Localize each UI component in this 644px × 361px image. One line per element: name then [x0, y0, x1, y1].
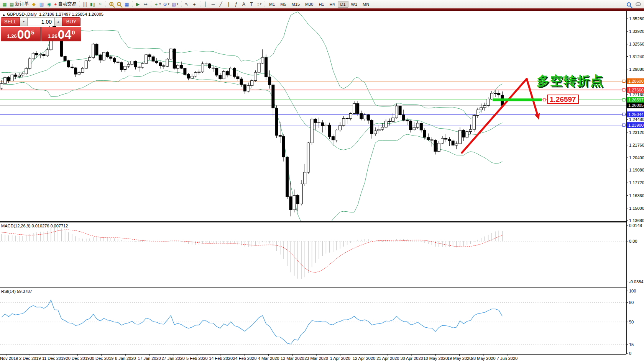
timeframe-h4-button[interactable]: H4	[327, 1, 337, 8]
svg-text:1.26005: 1.26005	[628, 103, 644, 108]
line-chart-button[interactable]: ≈	[97, 0, 104, 8]
gold-chart-icon-icon: ◆	[32, 2, 36, 7]
hline-handle[interactable]	[623, 98, 625, 101]
svg-text:1.19080: 1.19080	[629, 168, 644, 172]
timeframe-m1-button[interactable]: M1	[266, 1, 278, 8]
svg-text:50: 50	[629, 320, 634, 324]
fibonacci-icon: ƒ	[235, 2, 238, 7]
cursor-button[interactable]: ↖	[183, 0, 191, 8]
chart-shift-button[interactable]: ↦	[142, 0, 150, 8]
hline-handle[interactable]	[623, 88, 625, 91]
terminal-icon-icon: ▦	[2, 2, 7, 7]
timeframe-d1-button[interactable]: D1	[338, 1, 348, 8]
svg-text:1.13680: 1.13680	[629, 218, 644, 223]
indicators-button[interactable]: ＋▾	[153, 0, 162, 8]
svg-text:19 May 2020: 19 May 2020	[447, 356, 472, 361]
svg-text:14 Feb 2020: 14 Feb 2020	[209, 356, 233, 361]
vertical-line-icon: │	[204, 2, 207, 7]
equidistant-channel-icon: ∥	[227, 2, 230, 7]
auto-scroll-icon: ▶	[136, 2, 140, 7]
volume-input[interactable]: 1.00	[28, 17, 54, 26]
svg-text:1.21760: 1.21760	[629, 143, 644, 147]
chart-header: ▲GBPUSD-,Daily 1.27106 1.27497 1.25854 1…	[2, 12, 104, 16]
sell-price-big: 00	[17, 29, 31, 40]
svg-text:11 Dec 2019: 11 Dec 2019	[42, 356, 66, 361]
templates-button[interactable]: ▧▾	[171, 0, 179, 8]
svg-text:1.29880: 1.29880	[629, 67, 644, 72]
crosshair-icon: ＋	[192, 2, 197, 7]
vertical-line-button[interactable]: │	[202, 0, 209, 8]
svg-text:1.28600: 1.28600	[628, 79, 644, 83]
toolbar-separator	[105, 1, 107, 8]
auto-scroll-button[interactable]: ▶	[134, 0, 142, 8]
crosshair-button[interactable]: ＋	[191, 0, 198, 8]
text-button[interactable]: A	[240, 0, 248, 8]
equidistant-channel-button[interactable]: ∥	[225, 0, 232, 8]
chat-icon[interactable]	[636, 2, 641, 6]
fibonacci-button[interactable]: ƒ	[232, 0, 240, 8]
zoom-out-button[interactable]: −	[115, 0, 123, 8]
timeframe-h1-button[interactable]: H1	[316, 1, 327, 8]
sell-price-prefix: 1.26	[7, 33, 16, 39]
bollinger-bands	[2, 12, 502, 229]
svg-text:1.33920: 1.33920	[629, 29, 644, 34]
volume-increase-button[interactable]: ▲	[54, 17, 62, 26]
chart-caption-strip[interactable]	[0, 8, 644, 11]
data-window-icon[interactable]: ▥	[38, 0, 45, 8]
terminal-icon[interactable]: ▦	[1, 0, 8, 8]
svg-text:-0.038415: -0.038415	[629, 279, 644, 284]
timeframe-m30-button[interactable]: M30	[302, 1, 316, 8]
periods-icon: ⊙	[163, 2, 167, 7]
buy-price-display[interactable]: 1.26 04 0	[41, 27, 81, 41]
price-level-flag[interactable]: 1.26597	[547, 95, 579, 104]
text-label-button[interactable]: T	[248, 0, 255, 8]
gold-chart-icon[interactable]: ◆	[30, 0, 38, 8]
price-chart[interactable]: 1.352801.339201.325601.312401.298801.271…	[0, 0, 644, 361]
candles-layer	[0, 20, 504, 216]
svg-text:22 Nov 2019: 22 Nov 2019	[0, 356, 18, 361]
svg-text:20 Dec 2019: 20 Dec 2019	[66, 356, 90, 361]
zoom-in-button[interactable]: +	[108, 0, 115, 8]
sell-button[interactable]: SELL	[1, 17, 20, 26]
volume-decrease-button[interactable]: ▼	[20, 17, 28, 26]
arrows-button[interactable]: ↕▾	[255, 0, 263, 8]
turning-point-annotation[interactable]: 多空转折点	[537, 72, 604, 90]
svg-text:8 Jan 2020: 8 Jan 2020	[115, 356, 136, 361]
sell-price-display[interactable]: 1.26 00 5	[1, 27, 41, 41]
buy-button[interactable]: BUY	[62, 17, 80, 26]
svg-text:1.32560: 1.32560	[629, 42, 644, 46]
candlestick-chart-icon: ▮▯	[90, 2, 95, 7]
search-icon[interactable]	[627, 2, 631, 7]
time-axis[interactable]: 22 Nov 20192 Dec 201911 Dec 201920 Dec 2…	[0, 354, 518, 361]
signals-icon[interactable]: ◉	[45, 0, 53, 8]
trend-down-arrow[interactable]	[527, 79, 538, 116]
horizontal-line-button[interactable]: ─	[209, 0, 217, 8]
svg-text:0.00: 0.00	[629, 239, 637, 243]
timeframe-m5-button[interactable]: M5	[278, 1, 289, 8]
timeframe-w1-button[interactable]: W1	[348, 1, 360, 8]
tile-windows-button[interactable]: ▦	[123, 0, 131, 8]
candlestick-chart-button[interactable]: ▮▯	[89, 0, 97, 8]
trendline-button[interactable]: ╱	[217, 0, 225, 8]
toolbar-separator	[78, 1, 81, 8]
svg-text:0.0148: 0.0148	[629, 223, 642, 228]
timeframe-mn-button[interactable]: MN	[360, 1, 372, 8]
templates-icon: ▧	[172, 2, 176, 7]
hline-handle[interactable]	[623, 124, 625, 126]
autotrading-button[interactable]: ●自动交易	[53, 0, 77, 8]
svg-text:12 Apr 2020: 12 Apr 2020	[353, 356, 375, 361]
ohlc-readout: 1.27106 1.27497 1.25854 1.26005	[39, 12, 104, 16]
one-click-trading-panel: SELL ▼ 1.00 ▲ BUY 1.26 00 5 1.26 04 0	[1, 17, 81, 41]
hline-handle[interactable]	[623, 80, 625, 82]
periods-button[interactable]: ⊙▾	[162, 0, 171, 8]
svg-text:1.27660: 1.27660	[628, 88, 644, 92]
svg-text:1.26597: 1.26597	[628, 98, 644, 102]
new-order-button[interactable]: ▤新订单	[8, 0, 30, 8]
one-click-toggle-icon[interactable]: ▲	[2, 13, 5, 16]
timeframe-m15-button[interactable]: M15	[289, 1, 302, 8]
svg-text:100: 100	[629, 289, 636, 293]
hline-handle[interactable]	[623, 113, 625, 116]
text-label-icon: T	[250, 2, 253, 7]
bar-chart-button[interactable]: |||	[81, 0, 89, 8]
svg-text:2 Dec 2019: 2 Dec 2019	[19, 356, 41, 361]
